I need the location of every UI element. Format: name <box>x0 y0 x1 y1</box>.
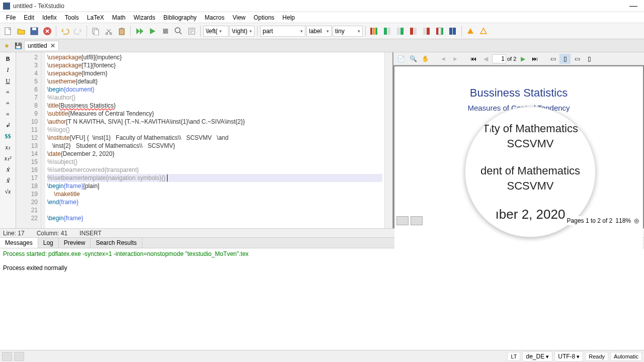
layout4-icon[interactable]: ▯ <box>584 54 595 64</box>
svg-rect-0 <box>5 28 11 35</box>
close-button[interactable] <box>41 25 53 37</box>
align-center-button[interactable]: ≡ <box>3 99 13 108</box>
view-button[interactable] <box>173 25 185 37</box>
log-button[interactable] <box>186 25 198 37</box>
italic-button[interactable]: I <box>3 65 13 74</box>
warn1-icon[interactable] <box>464 25 476 37</box>
line-gutter: 2345678910111213141516171819202122 <box>16 52 41 228</box>
last-page-icon[interactable]: ⏭ <box>529 54 540 64</box>
menu-tools[interactable]: Tools <box>61 13 83 22</box>
undo-button[interactable] <box>59 25 71 37</box>
thumb-2[interactable] <box>411 216 423 225</box>
pdf-icon[interactable]: 📄 <box>395 54 407 64</box>
svg-rect-10 <box>163 29 168 34</box>
subscript-button[interactable]: x₁ <box>3 143 13 152</box>
new-button[interactable] <box>2 25 14 37</box>
code-area[interactable]: \usepackage[utf8]{inputenc}\usepackage[T… <box>45 52 384 228</box>
tab-label: untitled <box>28 42 47 49</box>
menu-idefix[interactable]: Idefix <box>38 13 61 22</box>
menu-bar: File Edit Idefix Tools LaTeX Math Wizard… <box>0 12 644 23</box>
menu-latex[interactable]: LaTeX <box>83 13 108 22</box>
lang-combo[interactable]: de_DE ▾ <box>522 351 552 361</box>
auto-combo[interactable]: Automatic <box>610 352 642 361</box>
menu-macros[interactable]: Macros <box>201 13 228 22</box>
preview-toolbar: 📄 🔍 ✋ ◄ ► ⏮ ◀ of 2 ▶ ⏭ ▭ ▯ ▭ ▯ <box>393 52 644 65</box>
layout3-icon[interactable]: ▭ <box>572 54 583 64</box>
save-button[interactable] <box>28 25 40 37</box>
align-left-button[interactable]: ≡ <box>3 87 13 97</box>
next-hist-icon[interactable]: ► <box>450 54 461 64</box>
build-run-button[interactable] <box>133 25 145 37</box>
open-button[interactable] <box>15 25 27 37</box>
newline-button[interactable]: ↲ <box>3 121 13 130</box>
tab-log[interactable]: Log <box>38 238 59 248</box>
size-combo[interactable]: tiny▾ <box>333 26 363 37</box>
page-input[interactable] <box>492 54 506 63</box>
prev-page-icon[interactable]: ◀ <box>480 54 491 64</box>
col6-icon[interactable] <box>447 25 459 37</box>
underline-button[interactable]: U <box>3 76 13 85</box>
code-editor[interactable]: 2345678910111213141516171819202122 \usep… <box>16 52 392 228</box>
copy-button[interactable] <box>90 25 102 37</box>
tab-close-icon[interactable]: ✕ <box>50 42 55 49</box>
next-page-icon[interactable]: ▶ <box>517 54 528 64</box>
layout1-icon[interactable]: ▭ <box>547 54 558 64</box>
preview-page[interactable]: Bussiness Statistics Measures of Central… <box>394 66 643 262</box>
col5-icon[interactable] <box>434 25 446 37</box>
zoom-circle-icon[interactable]: ◎ <box>634 217 639 224</box>
label-combo[interactable]: label▾ <box>306 26 332 37</box>
ddot-button[interactable]: ẍ <box>3 176 13 185</box>
sqrt-button[interactable]: √x <box>3 187 13 196</box>
encoding-combo[interactable]: UTF-8 ▾ <box>554 351 583 361</box>
stop-button[interactable] <box>159 25 172 37</box>
paste-button[interactable] <box>116 25 128 37</box>
col1-icon[interactable] <box>381 25 393 37</box>
tab-messages[interactable]: Messages <box>0 238 38 248</box>
zoom-label[interactable]: 118% <box>615 217 631 224</box>
zoom-icon[interactable]: 🔍 <box>408 54 419 64</box>
compile-button[interactable] <box>146 25 158 37</box>
tab-search-results[interactable]: Search Results <box>91 238 142 248</box>
disk-icon: 💾 <box>13 42 24 49</box>
col2-icon[interactable] <box>394 25 407 37</box>
hand-icon[interactable]: ✋ <box>420 54 431 64</box>
page-total: of 2 <box>507 56 516 62</box>
cut-button[interactable] <box>103 25 115 37</box>
lt-button[interactable]: LT <box>507 352 520 361</box>
superscript-button[interactable]: x₁² <box>3 154 13 163</box>
col4-icon[interactable] <box>421 25 433 37</box>
sb-icon-1[interactable] <box>2 352 12 361</box>
menu-wizards[interactable]: Wizards <box>129 13 159 22</box>
col3-icon[interactable] <box>408 25 420 37</box>
math-button[interactable]: $$ <box>3 132 13 141</box>
thumb-1[interactable] <box>396 216 409 225</box>
menu-help[interactable]: Help <box>278 13 299 22</box>
editor-scrollbar[interactable] <box>384 52 392 228</box>
warn2-icon[interactable] <box>477 25 490 37</box>
menu-options[interactable]: Options <box>250 13 278 22</box>
bold-button[interactable]: B <box>3 54 13 63</box>
document-tab[interactable]: untitled ✕ <box>24 41 59 50</box>
first-page-icon[interactable]: ⏮ <box>468 54 479 64</box>
menu-file[interactable]: File <box>2 13 20 22</box>
tab-preview[interactable]: Preview <box>59 238 91 248</box>
minimize-button[interactable]: — <box>626 2 641 11</box>
svg-point-11 <box>175 28 180 33</box>
left-combo[interactable]: \left(▾ <box>203 26 228 37</box>
svg-rect-16 <box>384 28 387 35</box>
svg-rect-9 <box>121 28 123 29</box>
sb-icon-2[interactable] <box>14 352 24 361</box>
layout2-icon[interactable]: ▯ <box>559 54 571 64</box>
dot-button[interactable]: ẋ <box>3 165 13 174</box>
table-icon[interactable] <box>368 25 380 37</box>
part-combo[interactable]: part▾ <box>260 26 305 37</box>
menu-math[interactable]: Math <box>108 13 130 22</box>
menu-view[interactable]: View <box>228 13 250 22</box>
right-combo[interactable]: \right)▾ <box>229 26 255 37</box>
menu-bibliography[interactable]: Bibliography <box>159 13 201 22</box>
redo-button[interactable] <box>72 25 84 37</box>
align-right-button[interactable]: ≡ <box>3 110 13 119</box>
prev-hist-icon[interactable]: ◄ <box>438 54 449 64</box>
bookmark-icon[interactable]: ★ <box>1 42 13 49</box>
menu-edit[interactable]: Edit <box>20 13 38 22</box>
